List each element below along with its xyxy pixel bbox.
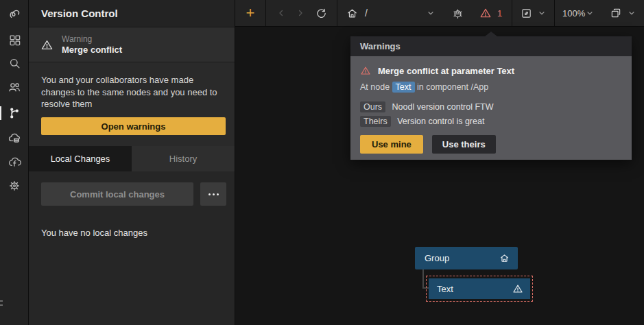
- sidebar-item-version-control[interactable]: [0, 104, 29, 123]
- home-icon: [346, 8, 358, 19]
- commit-local-changes-button[interactable]: Commit local changes: [41, 182, 193, 206]
- chevron-down-icon: [427, 9, 435, 17]
- popup-body: Merge conflict at parameter Text At node…: [350, 56, 632, 160]
- node-text[interactable]: Text: [429, 278, 530, 299]
- home-icon: [499, 253, 510, 263]
- sidebar-item-cloud-data[interactable]: [0, 128, 29, 147]
- chevron-left-icon: [276, 8, 286, 18]
- warnings-toolbar-button[interactable]: 1: [479, 7, 502, 19]
- chevron-down-icon: [538, 9, 546, 17]
- node-name-badge[interactable]: Text: [392, 82, 415, 93]
- warning-location: At node Text in component /App: [360, 82, 622, 92]
- open-warnings-button[interactable]: Open warnings: [41, 117, 226, 135]
- sidebar-item-search[interactable]: [0, 53, 29, 73]
- zoom-level-dropdown[interactable]: 100%: [555, 0, 601, 26]
- search-icon: [8, 57, 21, 70]
- refresh-icon: [315, 8, 327, 19]
- nav-back-button[interactable]: [276, 8, 286, 18]
- debug-button[interactable]: [451, 7, 464, 20]
- warning-triangle-icon: [479, 7, 492, 19]
- expand-icon: [521, 8, 532, 19]
- chevron-down-icon: [586, 9, 594, 17]
- frames-icon: [610, 7, 622, 19]
- components-grid-icon: [8, 34, 21, 47]
- refresh-button[interactable]: [315, 8, 327, 19]
- theirs-row: Theirs Version control is great: [360, 117, 622, 126]
- component-path-dropdown[interactable]: /: [337, 0, 444, 26]
- node-label: Text: [437, 284, 512, 294]
- location-prefix: At node: [360, 82, 390, 92]
- empty-state-message: You have no local changes: [41, 228, 147, 238]
- version-control-panel: Version Control Warning Merge conflict Y…: [29, 0, 235, 325]
- ellipsis-icon: [208, 193, 219, 195]
- warning-triangle-icon: [360, 65, 371, 76]
- chevron-down-icon: [628, 9, 636, 17]
- canvas-toolbar: +: [235, 0, 644, 27]
- ours-badge: Ours: [360, 101, 385, 112]
- zoom-level-value: 100%: [562, 8, 585, 19]
- collaborators-icon: [8, 80, 21, 94]
- component-path-label: /: [365, 8, 368, 19]
- sidebar-item-settings[interactable]: [0, 176, 29, 195]
- panel-tabs: Local Changes History: [29, 146, 235, 171]
- noodl-logo-icon: [8, 7, 22, 21]
- add-node-button[interactable]: +: [246, 5, 255, 21]
- use-mine-button[interactable]: Use mine: [360, 135, 423, 154]
- warning-triangle-icon: [40, 38, 53, 51]
- ours-row: Ours Noodl version control FTW: [360, 102, 622, 112]
- banner-message: Merge conflict: [62, 45, 122, 56]
- use-theirs-button[interactable]: Use theirs: [432, 135, 496, 154]
- conflict-description: You and your collaborators have made cha…: [29, 62, 235, 110]
- popup-pointer: [485, 32, 497, 36]
- version-control-branch-icon: [8, 106, 21, 120]
- icon-rail: [0, 0, 29, 325]
- frames-options-chevron[interactable]: [628, 9, 636, 17]
- viewport-frames-button[interactable]: [610, 7, 622, 19]
- clipped-edge-icon: [0, 300, 3, 308]
- node-group[interactable]: Group: [415, 247, 518, 269]
- theirs-badge: Theirs: [360, 116, 391, 127]
- popup-header: Warnings: [350, 36, 632, 56]
- preview-expand-button[interactable]: [521, 8, 532, 19]
- popup-title: Warnings: [360, 41, 401, 51]
- location-suffix: in component /App: [417, 82, 488, 92]
- node-text-conflict-outline[interactable]: Text: [426, 276, 533, 302]
- tab-local-changes[interactable]: Local Changes: [29, 146, 132, 171]
- node-label: Group: [425, 253, 499, 263]
- noodl-editor-window: Version Control Warning Merge conflict Y…: [0, 0, 644, 325]
- warnings-popup: Warnings Merge conflict at parameter Tex…: [350, 36, 632, 160]
- expand-options-chevron[interactable]: [538, 9, 546, 17]
- tab-history[interactable]: History: [132, 146, 235, 171]
- sidebar-item-noodl-logo[interactable]: [0, 4, 29, 23]
- cloud-functions-icon: [8, 155, 22, 169]
- panel-header: Version Control: [29, 0, 235, 27]
- ours-value: Noodl version control FTW: [392, 102, 494, 112]
- nav-forward-button[interactable]: [296, 8, 305, 18]
- sidebar-item-cloud-functions[interactable]: [0, 152, 29, 171]
- chevron-right-icon: [296, 8, 305, 18]
- merge-conflict-banner: Warning Merge conflict: [29, 27, 235, 62]
- banner-kicker: Warning: [62, 34, 122, 45]
- bug-icon: [451, 7, 464, 20]
- warning-count-badge: 1: [497, 8, 502, 19]
- theirs-value: Version control is great: [397, 117, 484, 126]
- page-title: Version Control: [41, 8, 118, 19]
- more-options-button[interactable]: [200, 182, 226, 206]
- node-connector: [422, 269, 424, 289]
- warning-triangle-icon: [512, 283, 523, 294]
- sidebar-item-components[interactable]: [0, 30, 29, 49]
- sidebar-item-collaborators[interactable]: [0, 77, 29, 97]
- warning-title: Merge conflict at parameter Text: [378, 66, 514, 76]
- gear-icon: [8, 179, 21, 193]
- local-changes-tab-content: Commit local changes You have no local c…: [29, 171, 235, 325]
- cloud-data-icon: [8, 131, 22, 145]
